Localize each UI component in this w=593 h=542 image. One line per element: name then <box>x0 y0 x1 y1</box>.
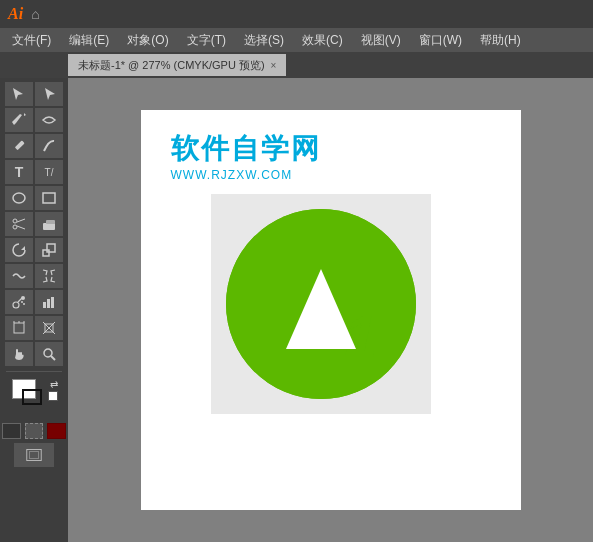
brush-tools-row <box>2 134 66 158</box>
svg-rect-11 <box>47 244 55 252</box>
svg-line-5 <box>17 219 25 222</box>
quick-mask-mode-icon[interactable] <box>25 423 44 439</box>
tab-bar: 未标题-1* @ 277% (CMYK/GPU 预览) × <box>0 52 593 78</box>
direct-selection-tool[interactable] <box>35 82 63 106</box>
free-transform-tool[interactable] <box>35 264 63 288</box>
svg-point-15 <box>23 303 25 305</box>
svg-rect-0 <box>15 140 25 150</box>
svg-rect-7 <box>43 223 55 230</box>
menu-edit[interactable]: 编辑(E) <box>61 30 117 51</box>
watermark-line2: WWW.RJZXW.COM <box>171 168 321 182</box>
svg-rect-10 <box>43 250 49 256</box>
svg-rect-27 <box>29 452 39 458</box>
ai-logo: Ai <box>8 5 23 23</box>
toolbar: T T/ <box>0 78 68 542</box>
svg-line-6 <box>17 226 25 229</box>
type-tool[interactable]: T <box>5 160 33 184</box>
rotate-tools-row <box>2 238 66 262</box>
svg-point-1 <box>13 193 25 203</box>
pen-tool[interactable] <box>5 108 33 132</box>
watermark: 软件自学网 WWW.RJZXW.COM <box>171 130 321 182</box>
menu-text[interactable]: 文字(T) <box>179 30 234 51</box>
menu-view[interactable]: 视图(V) <box>353 30 409 51</box>
scissors-tool[interactable] <box>5 212 33 236</box>
svg-point-24 <box>44 349 52 357</box>
watermark-line1: 软件自学网 <box>171 130 321 168</box>
brush-tool[interactable] <box>35 134 63 158</box>
menu-object[interactable]: 对象(O) <box>119 30 176 51</box>
svg-point-14 <box>21 301 23 303</box>
artwork-circle: 1 <box>226 209 416 399</box>
shape-tools-row <box>2 186 66 210</box>
warp-tool[interactable] <box>5 264 33 288</box>
red-mode-icon[interactable] <box>47 423 66 439</box>
main-area: T T/ <box>0 78 593 542</box>
eraser-tool[interactable] <box>35 212 63 236</box>
svg-point-3 <box>13 219 17 223</box>
svg-rect-18 <box>51 297 54 308</box>
svg-rect-8 <box>46 220 55 224</box>
column-graph-tool[interactable] <box>35 290 63 314</box>
artwork-container: 1 <box>211 194 431 414</box>
menu-window[interactable]: 窗口(W) <box>411 30 470 51</box>
selection-tool[interactable] <box>5 82 33 106</box>
scale-tool[interactable] <box>35 238 63 262</box>
menu-bar: 文件(F) 编辑(E) 对象(O) 文字(T) 选择(S) 效果(C) 视图(V… <box>0 28 593 52</box>
symbol-sprayer-tool[interactable] <box>5 290 33 314</box>
svg-point-13 <box>21 296 25 300</box>
svg-point-12 <box>13 302 19 308</box>
stroke-color-swatch[interactable] <box>22 389 42 405</box>
menu-file[interactable]: 文件(F) <box>4 30 59 51</box>
svg-rect-19 <box>14 323 24 333</box>
artwork-svg: 1 <box>226 209 416 399</box>
tab-close-button[interactable]: × <box>271 60 277 71</box>
svg-line-25 <box>51 356 55 360</box>
hand-zoom-row <box>2 342 66 366</box>
ellipse-tool[interactable] <box>5 186 33 210</box>
zoom-tool[interactable] <box>35 342 63 366</box>
document-tab[interactable]: 未标题-1* @ 277% (CMYK/GPU 预览) × <box>68 54 286 76</box>
change-screen-mode[interactable] <box>14 443 54 467</box>
svg-rect-26 <box>27 449 41 460</box>
selection-tools-row <box>2 82 66 106</box>
rotate-tool[interactable] <box>5 238 33 262</box>
type-tools-row: T T/ <box>2 160 66 184</box>
pen-tools-row <box>2 108 66 132</box>
artboard-tools-row <box>2 316 66 340</box>
canvas-paper: 软件自学网 WWW.RJZXW.COM 1 <box>141 110 521 510</box>
touch-type-tool[interactable]: T/ <box>35 160 63 184</box>
scissors-tools-row <box>2 212 66 236</box>
slice-tool[interactable] <box>35 316 63 340</box>
home-icon[interactable]: ⌂ <box>31 6 39 22</box>
tool-separator <box>6 371 62 372</box>
menu-effect[interactable]: 效果(C) <box>294 30 351 51</box>
curvature-tool[interactable] <box>35 108 63 132</box>
tab-title: 未标题-1* @ 277% (CMYK/GPU 预览) <box>78 58 265 73</box>
normal-mode-icon[interactable] <box>2 423 21 439</box>
default-colors-icon[interactable] <box>48 391 58 401</box>
svg-rect-16 <box>43 302 46 308</box>
pencil-tool[interactable] <box>5 134 33 158</box>
title-bar: Ai ⌂ <box>0 0 593 28</box>
swap-colors-icon[interactable]: ⇄ <box>50 379 58 390</box>
svg-rect-2 <box>43 193 55 203</box>
menu-help[interactable]: 帮助(H) <box>472 30 529 51</box>
menu-select[interactable]: 选择(S) <box>236 30 292 51</box>
svg-marker-9 <box>21 246 25 250</box>
svg-rect-17 <box>47 299 50 308</box>
canvas-area: 软件自学网 WWW.RJZXW.COM 1 <box>68 78 593 542</box>
svg-point-4 <box>13 225 17 229</box>
warp-tools-row <box>2 264 66 288</box>
artboard-tool[interactable] <box>5 316 33 340</box>
svg-text:1: 1 <box>344 303 377 370</box>
hand-tool[interactable] <box>5 342 33 366</box>
symbol-tools-row <box>2 290 66 314</box>
rectangle-tool[interactable] <box>35 186 63 210</box>
